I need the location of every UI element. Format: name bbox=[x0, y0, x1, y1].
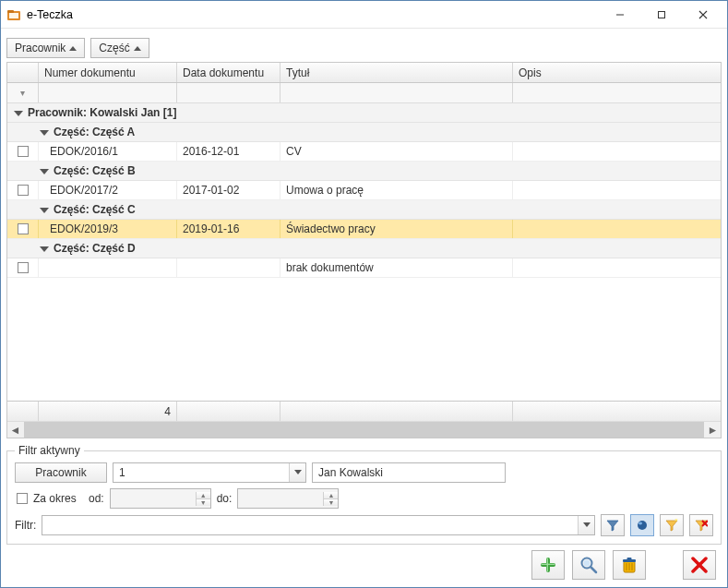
date-from-input[interactable]: ▲▼ bbox=[110, 488, 211, 509]
filter-opis[interactable] bbox=[513, 83, 721, 102]
apply-filter-button[interactable] bbox=[601, 514, 625, 536]
filter-data[interactable] bbox=[177, 83, 280, 102]
scroll-right-icon[interactable]: ► bbox=[705, 422, 721, 438]
filter-row-period: Za okres od: ▲▼ do: ▲▼ bbox=[15, 488, 713, 509]
group-row-part-c[interactable]: Część: Część C bbox=[7, 200, 721, 220]
horizontal-scrollbar[interactable]: ◄ ► bbox=[7, 421, 721, 438]
row-checkbox[interactable] bbox=[18, 223, 29, 234]
cell-opis bbox=[513, 258, 721, 277]
close-icon bbox=[691, 557, 708, 573]
delete-button[interactable] bbox=[613, 550, 646, 580]
bottom-toolbar bbox=[6, 548, 722, 582]
table-row[interactable]: EDOK/2016/1 2016-12-01 CV bbox=[7, 142, 721, 162]
svg-rect-18 bbox=[541, 563, 555, 567]
table-row[interactable]: EDOK/2019/3 2019-01-16 Świadectwo pracy bbox=[7, 220, 721, 239]
footer-blank bbox=[280, 402, 513, 421]
cell-numer: EDOK/2016/1 bbox=[39, 142, 177, 161]
expand-icon[interactable] bbox=[39, 129, 50, 135]
period-checkbox[interactable] bbox=[17, 493, 28, 504]
sort-asc-icon bbox=[69, 46, 77, 51]
close-button[interactable] bbox=[682, 2, 723, 28]
header-data[interactable]: Data dokumentu bbox=[177, 63, 280, 82]
filter-text-combo[interactable] bbox=[42, 515, 595, 535]
cell-opis bbox=[513, 220, 721, 238]
cell-numer: EDOK/2019/3 bbox=[39, 220, 177, 238]
cell-tytul: brak dokumentów bbox=[280, 258, 513, 277]
group-label: Część: Część A bbox=[54, 126, 135, 138]
footer-blank bbox=[177, 402, 280, 421]
employee-id-value: 1 bbox=[113, 466, 289, 479]
row-checkbox[interactable] bbox=[18, 185, 29, 196]
funnel-star-icon bbox=[665, 519, 678, 532]
footer-count: 4 bbox=[39, 402, 177, 421]
ball-icon bbox=[636, 519, 649, 532]
cell-opis bbox=[513, 142, 721, 161]
filter-tytul[interactable] bbox=[280, 83, 513, 102]
header-checkbox-col[interactable] bbox=[7, 63, 39, 82]
group-row-part-a[interactable]: Część: Część A bbox=[7, 123, 721, 142]
group-by-bar: Pracownik Część bbox=[6, 34, 722, 62]
period-label: Za okres bbox=[33, 492, 83, 505]
filter-numer[interactable] bbox=[39, 83, 177, 102]
svg-marker-9 bbox=[607, 521, 618, 531]
group-row-part-b[interactable]: Część: Część B bbox=[7, 162, 721, 181]
group-row-employee[interactable]: Pracownik: Kowalski Jan [1] bbox=[7, 103, 721, 123]
header-numer[interactable]: Numer dokumentu bbox=[39, 63, 177, 82]
spin-buttons[interactable]: ▲▼ bbox=[323, 492, 338, 506]
group-label: Część: Część C bbox=[54, 203, 136, 216]
minimize-button[interactable] bbox=[599, 2, 640, 28]
date-to-input[interactable]: ▲▼ bbox=[237, 488, 339, 509]
group-by-label: Pracownik bbox=[15, 42, 66, 54]
header-opis[interactable]: Opis bbox=[513, 63, 721, 82]
app-window: e-Teczka Pracownik Część Numer dokumentu… bbox=[0, 0, 728, 588]
row-checkbox[interactable] bbox=[18, 146, 29, 157]
scroll-thumb[interactable] bbox=[24, 422, 704, 438]
content-area: Pracownik Część Numer dokumentu Data dok… bbox=[1, 29, 727, 587]
employee-name-field[interactable]: Jan Kowalski bbox=[312, 462, 506, 483]
filter-toggle-cell[interactable]: ▾ bbox=[7, 83, 39, 102]
svg-marker-8 bbox=[583, 522, 591, 527]
clear-filter-button[interactable] bbox=[689, 514, 713, 536]
scroll-track[interactable] bbox=[24, 422, 704, 438]
group-label: Część: Część B bbox=[54, 164, 136, 177]
svg-rect-1 bbox=[7, 10, 14, 13]
close-dialog-button[interactable] bbox=[683, 550, 716, 580]
header-tytul[interactable]: Tytuł bbox=[280, 63, 513, 82]
filter-panel: Filtr aktywny Pracownik 1 Jan Kowalski Z… bbox=[6, 444, 722, 545]
dropdown-icon[interactable] bbox=[289, 463, 305, 482]
group-row-part-d[interactable]: Część: Część D bbox=[7, 239, 721, 258]
cell-tytul: CV bbox=[280, 142, 513, 161]
svg-point-22 bbox=[584, 560, 591, 567]
window-title: e-Teczka bbox=[27, 8, 599, 21]
filter-builder-button[interactable] bbox=[660, 514, 684, 536]
employee-lookup-button[interactable]: Pracownik bbox=[15, 462, 107, 483]
view-button[interactable] bbox=[572, 550, 605, 580]
magnifier-icon bbox=[579, 556, 598, 574]
scroll-left-icon[interactable]: ◄ bbox=[7, 422, 23, 438]
titlebar: e-Teczka bbox=[1, 1, 727, 29]
cell-data: 2019-01-16 bbox=[177, 220, 280, 238]
cell-numer bbox=[39, 258, 177, 277]
spin-buttons[interactable]: ▲▼ bbox=[196, 492, 210, 506]
maximize-button[interactable] bbox=[640, 2, 682, 28]
expand-icon[interactable] bbox=[39, 246, 50, 251]
svg-marker-7 bbox=[294, 470, 302, 474]
filter-icon: ▾ bbox=[20, 88, 25, 98]
footer-blank bbox=[513, 402, 721, 421]
footer-blank bbox=[7, 402, 39, 421]
svg-rect-2 bbox=[9, 13, 18, 18]
table-row[interactable]: EDOK/2017/2 2017-01-02 Umowa o pracę bbox=[7, 181, 721, 200]
filter-toggle-button[interactable] bbox=[630, 514, 654, 536]
expand-icon[interactable] bbox=[39, 207, 50, 212]
expand-icon[interactable] bbox=[39, 168, 50, 174]
add-button[interactable] bbox=[531, 550, 565, 580]
group-by-pracownik[interactable]: Pracownik bbox=[6, 38, 85, 58]
dropdown-icon[interactable] bbox=[578, 516, 594, 534]
table-row[interactable]: brak dokumentów bbox=[7, 258, 721, 278]
cell-opis bbox=[513, 181, 721, 199]
group-by-czesc[interactable]: Część bbox=[90, 38, 149, 58]
row-checkbox[interactable] bbox=[18, 262, 29, 273]
expand-icon[interactable] bbox=[13, 110, 24, 115]
group-by-label: Część bbox=[99, 42, 129, 54]
employee-id-combo[interactable]: 1 bbox=[113, 462, 306, 483]
